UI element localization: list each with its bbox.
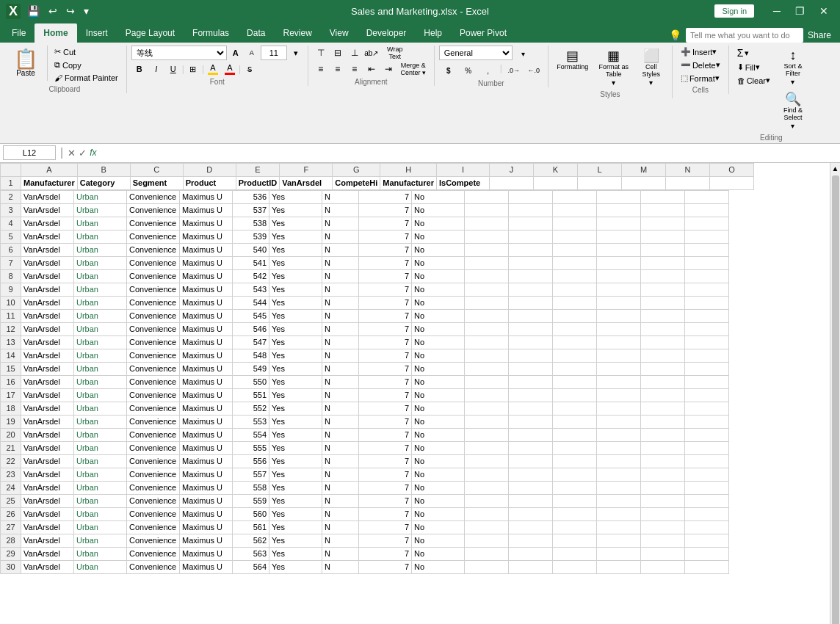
row-header-16[interactable]: 16 [1, 375, 21, 388]
cell-G2[interactable]: N [322, 190, 359, 203]
cell-K17[interactable] [509, 388, 553, 402]
cell-M15[interactable] [597, 362, 641, 375]
cell-H20[interactable]: 7 [359, 428, 412, 441]
row-header-1[interactable]: 1 [1, 176, 21, 189]
format-btn[interactable]: ⬚ Format ▾ [677, 72, 724, 84]
paste-button[interactable]: 📋 Paste [7, 46, 44, 81]
cell-D26[interactable]: Maximus U [180, 507, 233, 520]
cell-N30[interactable] [641, 560, 685, 573]
cell-M21[interactable] [597, 441, 641, 454]
cell-C3[interactable]: Convenience [127, 203, 180, 217]
fx-icon[interactable]: fx [90, 148, 96, 158]
decrease-decimal-btn[interactable]: ←.0 [524, 63, 543, 78]
cell-E26[interactable]: 560 [233, 507, 269, 520]
cell-H17[interactable]: 7 [359, 388, 412, 402]
cell-K19[interactable] [509, 415, 553, 428]
col-header-I[interactable]: I [437, 163, 490, 176]
cell-H12[interactable]: 7 [359, 322, 412, 335]
cell-C7[interactable]: Convenience [127, 256, 180, 269]
cell-G22[interactable]: N [322, 454, 359, 468]
cell-K30[interactable] [509, 560, 553, 573]
cell-J6[interactable] [465, 243, 509, 256]
cell-O30[interactable] [685, 560, 729, 573]
cell-A17[interactable]: VanArsdel [21, 388, 74, 402]
cell-F28[interactable]: Yes [269, 534, 322, 547]
cell-O29[interactable] [685, 547, 729, 560]
cell-E28[interactable]: 562 [233, 534, 269, 547]
cell-M27[interactable] [597, 520, 641, 534]
cell-M10[interactable] [597, 296, 641, 309]
signin-button[interactable]: Sign in [714, 4, 754, 18]
cell-I22[interactable]: No [412, 454, 465, 468]
col-header-A[interactable]: A [21, 163, 78, 176]
cell-C15[interactable]: Convenience [127, 362, 180, 375]
formula-input[interactable] [100, 148, 838, 158]
cell-A3[interactable]: VanArsdel [21, 203, 74, 217]
cell-L8[interactable] [553, 269, 597, 283]
cell-L5[interactable] [553, 230, 597, 243]
cell-J26[interactable] [465, 507, 509, 520]
cell-D13[interactable]: Maximus U [180, 335, 233, 349]
cell-F26[interactable]: Yes [269, 507, 322, 520]
cell-O7[interactable] [685, 256, 729, 269]
cell-O8[interactable] [685, 269, 729, 283]
cell-L13[interactable] [553, 335, 597, 349]
cell-N10[interactable] [641, 296, 685, 309]
cell-N28[interactable] [641, 534, 685, 547]
col-header-D[interactable]: D [183, 163, 236, 176]
row-header-19[interactable]: 19 [1, 415, 21, 428]
font-size-input[interactable] [261, 46, 287, 60]
cell-M4[interactable] [597, 217, 641, 230]
cell-D8[interactable]: Maximus U [180, 269, 233, 283]
cell-O2[interactable] [685, 190, 729, 203]
cell-L7[interactable] [553, 256, 597, 269]
cell-M19[interactable] [597, 415, 641, 428]
cell-B7[interactable]: Urban [74, 256, 127, 269]
cell-H4[interactable]: 7 [359, 217, 412, 230]
cell-H2[interactable]: 7 [359, 190, 412, 203]
cell-B6[interactable]: Urban [74, 243, 127, 256]
cell-A19[interactable]: VanArsdel [21, 415, 74, 428]
cell-D10[interactable]: Maximus U [180, 296, 233, 309]
cell-K28[interactable] [509, 534, 553, 547]
indent-decrease-btn[interactable]: ⇤ [363, 62, 380, 76]
row-header-20[interactable]: 20 [1, 428, 21, 441]
cell-E3[interactable]: 537 [233, 203, 269, 217]
cell-F19[interactable]: Yes [269, 415, 322, 428]
cell-M13[interactable] [597, 335, 641, 349]
cell-K24[interactable] [509, 481, 553, 494]
cell-A13[interactable]: VanArsdel [21, 335, 74, 349]
cell-B4[interactable]: Urban [74, 217, 127, 230]
cell-N29[interactable] [641, 547, 685, 560]
cell-N22[interactable] [641, 454, 685, 468]
cell-N7[interactable] [641, 256, 685, 269]
cell-D30[interactable]: Maximus U [180, 560, 233, 573]
cell-A1[interactable]: Manufacturer [21, 176, 78, 189]
cell-K25[interactable] [509, 494, 553, 507]
minimize-button[interactable]: ─ [767, 4, 786, 18]
cell-L30[interactable] [553, 560, 597, 573]
top-align-btn[interactable]: ⊤ [313, 46, 329, 60]
cell-B30[interactable]: Urban [74, 560, 127, 573]
cell-E4[interactable]: 538 [233, 217, 269, 230]
cell-J18[interactable] [465, 402, 509, 415]
cell-C10[interactable]: Convenience [127, 296, 180, 309]
cell-J25[interactable] [465, 494, 509, 507]
tab-insert[interactable]: Insert [77, 23, 117, 43]
cell-I18[interactable]: No [412, 402, 465, 415]
dollar-btn[interactable]: $ [439, 63, 458, 78]
cell-J4[interactable] [465, 217, 509, 230]
cell-L22[interactable] [553, 454, 597, 468]
cell-N15[interactable] [641, 362, 685, 375]
cell-C1[interactable]: Segment [130, 176, 183, 189]
cell-A29[interactable]: VanArsdel [21, 547, 74, 560]
cell-L4[interactable] [553, 217, 597, 230]
cell-A8[interactable]: VanArsdel [21, 269, 74, 283]
percent-btn[interactable]: % [459, 63, 478, 78]
cell-J24[interactable] [465, 481, 509, 494]
row-header-5[interactable]: 5 [1, 230, 21, 243]
cell-G4[interactable]: N [322, 217, 359, 230]
clear-btn[interactable]: 🗑 Clear ▾ [734, 74, 774, 87]
cell-G14[interactable]: N [322, 349, 359, 362]
cell-E21[interactable]: 555 [233, 441, 269, 454]
